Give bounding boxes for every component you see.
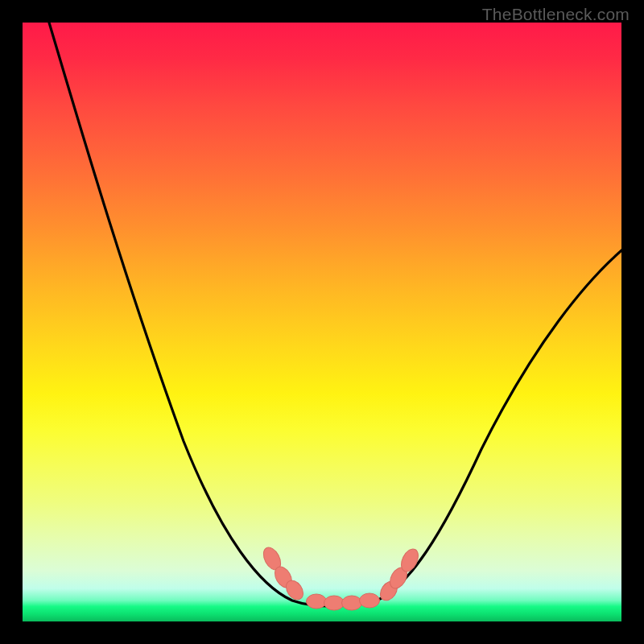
bottleneck-chart — [23, 23, 621, 621]
outer-frame: TheBottleneck.com — [0, 0, 644, 644]
plot-area — [23, 23, 621, 621]
marker-dot — [307, 594, 327, 609]
curve-path — [47, 23, 621, 606]
marker-dot — [324, 596, 345, 610]
marker-dot — [360, 593, 380, 608]
marker-dot — [342, 596, 362, 610]
attribution-text: TheBottleneck.com — [482, 5, 630, 24]
